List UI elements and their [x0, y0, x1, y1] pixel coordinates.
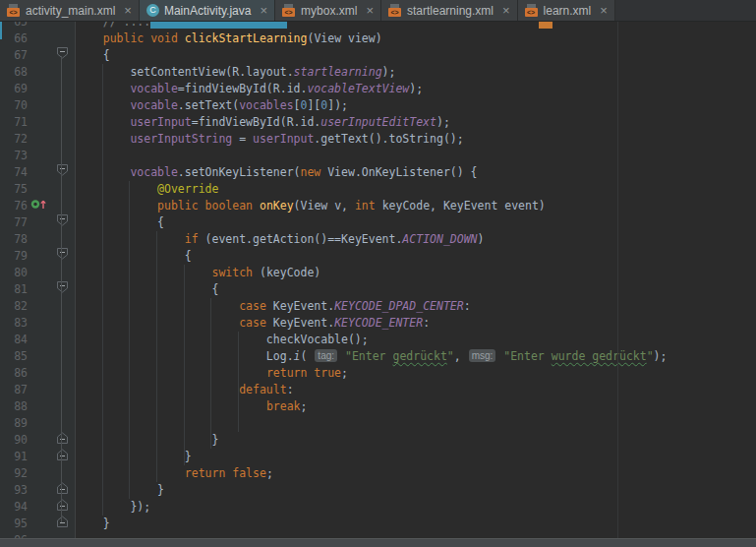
line-number[interactable]: 65 [0, 22, 28, 23]
field-name: vocables [239, 98, 293, 112]
code-line[interactable]: 71 userInput=findViewById(R.id.userInput… [0, 114, 756, 131]
code-line[interactable]: 83 case KeyEvent.KEYCODE_ENTER: [0, 315, 756, 332]
gutter-fold-cell [49, 449, 75, 465]
code-line[interactable]: 75 @Override [0, 181, 756, 198]
code-line[interactable]: 90 } [0, 432, 756, 449]
line-number[interactable]: 93 [0, 482, 28, 499]
code-line[interactable]: 76 public boolean onKey(View v, int keyC… [0, 198, 756, 214]
line-number[interactable]: 77 [0, 214, 28, 231]
code-line[interactable]: 77 { [0, 214, 756, 231]
indent-guide [102, 64, 103, 516]
code-line[interactable]: 69 vocable=findViewById(R.id.vocableText… [0, 81, 756, 97]
code-line[interactable]: 91 } [0, 449, 756, 465]
line-number[interactable]: 70 [0, 97, 28, 114]
line-number[interactable]: 68 [0, 64, 28, 81]
line-number[interactable]: 83 [0, 315, 28, 332]
fold-close-icon[interactable] [57, 432, 68, 449]
code-line[interactable]: 82 case KeyEvent.KEYCODE_DPAD_CENTER: [0, 298, 756, 315]
close-tab-icon[interactable]: × [260, 4, 267, 17]
line-number[interactable]: 84 [0, 332, 28, 348]
code-line[interactable]: 72 userInputString = userInput.getText()… [0, 131, 756, 148]
code-text [338, 349, 345, 363]
code-line-text: { [75, 281, 756, 298]
fold-open-icon[interactable] [57, 47, 68, 64]
field-name: vocable [130, 82, 177, 95]
line-number[interactable]: 91 [0, 449, 28, 465]
code-line[interactable]: 68 setContentView(R.layout.startlearning… [0, 64, 756, 81]
fold-close-icon[interactable] [57, 482, 68, 499]
code-line[interactable]: 84 checkVocable(); [0, 332, 756, 348]
code-editor[interactable]: 65 // .... 66 public void clickStartLear… [0, 22, 756, 539]
gutter-fold-cell [49, 265, 75, 281]
gutter-icon-cell [28, 248, 49, 265]
line-number[interactable]: 72 [0, 131, 28, 148]
code-line[interactable]: 74 vocable.setOnKeyListener(new View.OnK… [0, 164, 756, 181]
line-number[interactable]: 74 [0, 164, 28, 181]
line-number[interactable]: 87 [0, 382, 28, 398]
code-line[interactable]: 94 }); [0, 499, 756, 516]
code-line[interactable]: 80 switch (keyCode) [0, 265, 756, 281]
line-number[interactable]: 67 [0, 47, 28, 64]
line-number[interactable]: 69 [0, 81, 28, 97]
line-number[interactable]: 79 [0, 248, 28, 265]
code-line[interactable]: 92 return false; [0, 465, 756, 482]
code-line[interactable]: 85 Log.i( tag: "Enter gedrückt", msg: "E… [0, 348, 756, 365]
line-number[interactable]: 95 [0, 516, 28, 532]
tab-activity_main-xml[interactable]: <>activity_main.xml× [0, 0, 140, 21]
close-tab-icon[interactable]: × [124, 4, 132, 17]
code-line[interactable]: 88 break; [0, 398, 756, 415]
fold-close-icon[interactable] [57, 499, 68, 516]
code-text: { [76, 48, 110, 62]
line-number[interactable]: 76 [0, 198, 28, 214]
tab-mybox-xml[interactable]: <>mybox.xml× [275, 0, 381, 21]
code-line-partial[interactable]: 65 // .... [0, 22, 756, 30]
fold-open-icon[interactable] [57, 164, 68, 181]
code-line[interactable]: 81 { [0, 281, 756, 298]
line-number[interactable]: 89 [0, 415, 28, 432]
gutter-icon-cell [28, 64, 49, 81]
line-number[interactable]: 75 [0, 181, 28, 198]
code-line[interactable]: 66 public void clickStartLearning(View v… [0, 30, 756, 47]
constant-name: userInputEditText [320, 115, 436, 129]
code-line[interactable]: 86 return true; [0, 365, 756, 382]
line-number[interactable]: 90 [0, 432, 28, 449]
code-line-text: return true; [75, 365, 756, 382]
line-number[interactable]: 71 [0, 114, 28, 131]
tab-mainactivity-java[interactable]: CMainActivity.java× [140, 0, 275, 21]
tab-learn-xml[interactable]: <>learn.xml× [518, 0, 615, 21]
code-line[interactable]: 73 [0, 148, 756, 164]
line-number[interactable]: 92 [0, 465, 28, 482]
code-line[interactable]: 93 } [0, 482, 756, 499]
code-line[interactable]: 87 default: [0, 382, 756, 398]
line-number[interactable]: 88 [0, 398, 28, 415]
close-tab-icon[interactable]: × [502, 4, 510, 17]
tab-startlearning-xml[interactable]: <>startlearning.xml× [381, 0, 518, 21]
line-number[interactable]: 94 [0, 499, 28, 516]
close-tab-icon[interactable]: × [600, 4, 608, 17]
fold-close-icon[interactable] [57, 516, 68, 532]
code-line[interactable]: 67 { [0, 47, 756, 64]
fold-open-icon[interactable] [57, 281, 68, 298]
code-line[interactable]: 79 { [0, 248, 756, 265]
fold-open-icon[interactable] [57, 214, 68, 231]
code-line[interactable]: 78 if (event.getAction()==KeyEvent.ACTIO… [0, 231, 756, 248]
code-text: } [76, 450, 192, 463]
line-number[interactable]: 82 [0, 298, 28, 315]
line-number[interactable]: 85 [0, 348, 28, 365]
code-text [76, 299, 239, 313]
fold-open-icon[interactable] [57, 248, 68, 265]
gutter-fold-cell [49, 482, 75, 499]
line-number[interactable]: 73 [0, 148, 28, 164]
code-line[interactable]: 95 } [0, 516, 756, 532]
line-number[interactable]: 66 [0, 30, 28, 47]
code-line[interactable]: 89 [0, 415, 756, 432]
close-tab-icon[interactable]: × [366, 4, 374, 17]
line-number[interactable]: 78 [0, 231, 28, 248]
code-text: .setText( [178, 98, 239, 112]
line-number[interactable]: 81 [0, 281, 28, 298]
fold-close-icon[interactable] [57, 449, 68, 465]
code-text [178, 31, 185, 45]
line-number[interactable]: 80 [0, 265, 28, 281]
line-number[interactable]: 86 [0, 365, 28, 382]
code-line[interactable]: 70 vocable.setText(vocables[0][0]); [0, 97, 756, 114]
